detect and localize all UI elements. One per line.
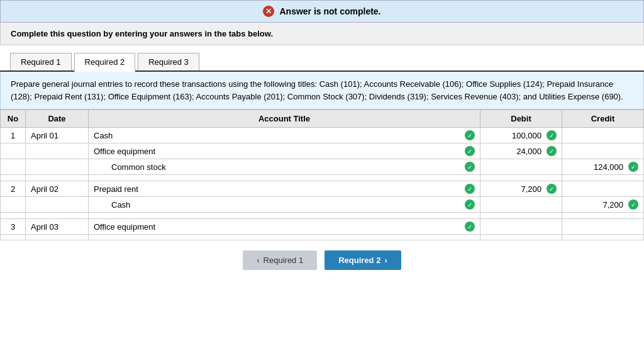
- header-no: No: [1, 110, 26, 128]
- check-icon: ✓: [465, 146, 475, 156]
- row-account[interactable]: Common stock ✓: [89, 159, 480, 175]
- table-row: [1, 235, 644, 240]
- check-icon: ✓: [547, 130, 557, 140]
- table-row: 2 April 02 Prepaid rent ✓ 7,200 ✓: [1, 181, 644, 197]
- row-no: 2: [1, 181, 26, 197]
- row-debit[interactable]: 100,000 ✓: [480, 128, 562, 143]
- check-icon: ✓: [547, 146, 557, 156]
- row-date: April 02: [26, 181, 89, 197]
- instruction-text: Complete this question by entering your …: [11, 29, 273, 38]
- row-debit[interactable]: 24,000 ✓: [480, 143, 562, 159]
- spacer-row: [1, 213, 644, 219]
- row-account-empty[interactable]: [89, 235, 480, 240]
- prev-button-label: Required 1: [264, 255, 304, 265]
- row-account[interactable]: Office equipment ✓: [89, 143, 480, 159]
- table-row: 1 April 01 Cash ✓ 100,000 ✓: [1, 128, 644, 143]
- check-icon: ✓: [465, 162, 475, 172]
- row-no: 3: [1, 219, 26, 235]
- instruction-bar: Complete this question by entering your …: [0, 23, 644, 45]
- prev-button[interactable]: ‹ Required 1: [243, 250, 317, 270]
- row-credit[interactable]: [562, 128, 644, 143]
- table-row: Common stock ✓ 124,000 ✓: [1, 159, 644, 175]
- bottom-nav: ‹ Required 1 Required 2 ›: [0, 240, 644, 280]
- row-debit[interactable]: [480, 159, 562, 175]
- row-account[interactable]: Prepaid rent ✓: [89, 181, 480, 197]
- check-icon: ✓: [465, 184, 475, 194]
- row-credit[interactable]: 7,200 ✓: [562, 197, 644, 213]
- next-arrow-icon: ›: [384, 255, 387, 265]
- description-text: Prepare general journal entries to recor…: [11, 79, 623, 101]
- check-icon: ✓: [547, 184, 557, 194]
- next-button[interactable]: Required 2 ›: [325, 250, 401, 270]
- check-icon: ✓: [465, 222, 475, 232]
- row-account[interactable]: Office equipment ✓: [89, 219, 480, 235]
- row-debit[interactable]: [480, 219, 562, 235]
- check-icon: ✓: [465, 199, 475, 210]
- table-row: Office equipment ✓ 24,000 ✓: [1, 143, 644, 159]
- error-icon: ✕: [263, 6, 274, 17]
- header-credit: Credit: [562, 110, 644, 128]
- check-icon: ✓: [628, 162, 638, 172]
- header-date: Date: [26, 110, 89, 128]
- row-credit[interactable]: [562, 143, 644, 159]
- row-no: 1: [1, 128, 26, 143]
- row-account[interactable]: Cash ✓: [89, 197, 480, 213]
- row-credit[interactable]: 124,000 ✓: [562, 159, 644, 175]
- row-debit[interactable]: [480, 197, 562, 213]
- header-account: Account Title: [89, 110, 480, 128]
- next-button-label: Required 2: [338, 255, 380, 265]
- header-debit: Debit: [480, 110, 562, 128]
- spacer-row: [1, 175, 644, 181]
- row-credit[interactable]: [562, 219, 644, 235]
- tabs-container: Required 1 Required 2 Required 3: [0, 45, 644, 72]
- description-box: Prepare general journal entries to recor…: [0, 72, 644, 109]
- row-date: April 03: [26, 219, 89, 235]
- row-date: April 01: [26, 128, 89, 143]
- table-row: 3 April 03 Office equipment ✓: [1, 219, 644, 235]
- error-banner: ✕ Answer is not complete.: [0, 0, 644, 23]
- table-row: Cash ✓ 7,200 ✓: [1, 197, 644, 213]
- row-debit[interactable]: 7,200 ✓: [480, 181, 562, 197]
- prev-arrow-icon: ‹: [257, 255, 259, 265]
- check-icon: ✓: [465, 130, 475, 140]
- error-text: Answer is not complete.: [279, 6, 380, 16]
- journal-table: No Date Account Title Debit Credit 1 Apr…: [0, 109, 644, 240]
- check-icon: ✓: [628, 199, 638, 210]
- tab-required1[interactable]: Required 1: [10, 53, 72, 70]
- row-account[interactable]: Cash ✓: [89, 128, 480, 143]
- row-credit[interactable]: [562, 181, 644, 197]
- tab-required3[interactable]: Required 3: [138, 53, 199, 70]
- tab-required2[interactable]: Required 2: [74, 53, 136, 72]
